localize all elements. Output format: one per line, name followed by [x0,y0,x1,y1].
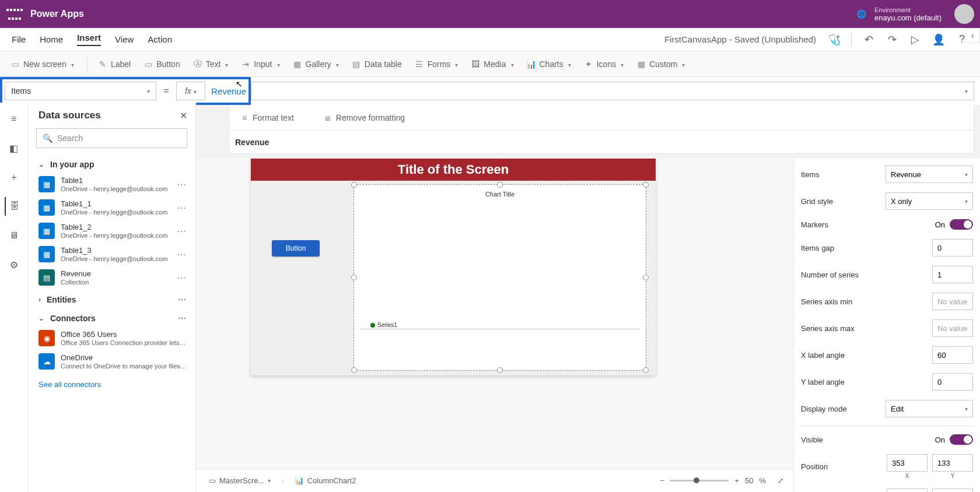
group-entities[interactable]: › Entities ⋯ [28,289,195,308]
more-icon[interactable]: ⋯ [177,272,187,283]
more-icon[interactable]: ⋯ [178,314,187,323]
tool-new-screen[interactable]: ▭New screen [10,59,74,69]
prop-axis-min[interactable]: No value [932,293,973,310]
menu-file[interactable]: File [12,34,26,44]
data-source-item[interactable]: ▦ Table1_2OneDrive - henry.legge@outlook… [28,219,195,243]
rail-add-icon[interactable]: ＋ [5,168,23,187]
prop-items-gap[interactable]: 0 [932,239,973,256]
more-icon[interactable]: ⋯ [177,202,187,213]
redo-icon[interactable]: ↷ [886,33,898,46]
equals-label: = [159,86,174,96]
environment-selector[interactable]: Environment enayu.com (default) [874,6,942,22]
breadcrumb-screen[interactable]: ▭MasterScre...▾ [205,475,274,486]
resize-handle[interactable] [643,367,649,373]
zoom-in-button[interactable]: + [734,476,739,485]
prop-num-series[interactable]: 1 [932,266,973,283]
prop-grid-style[interactable]: X only▾ [886,192,973,210]
properties-panel: Items Revenue▾ Grid style X only▾ Marker… [793,159,980,492]
formula-expand-button[interactable]: › [965,28,980,43]
tool-gallery[interactable]: ▦Gallery [293,59,339,69]
resize-handle[interactable] [497,367,503,373]
data-source-item[interactable]: ▦ Table1OneDrive - henry.legge@outlook.c… [28,173,195,196]
remove-formatting-button[interactable]: ≣Remove formatting [323,113,405,122]
prop-y-angle[interactable]: 0 [932,373,973,391]
tool-icons[interactable]: ✦Icons [584,59,624,69]
zoom-out-button[interactable]: − [660,476,665,485]
tool-datatable[interactable]: ▤Data table [352,59,402,69]
property-selector[interactable]: Items ▾ [5,82,156,100]
canvas-area[interactable]: Title of the Screen Button Chart Title S… [196,159,793,469]
menu-view[interactable]: View [115,34,134,44]
zoom-slider[interactable] [670,480,729,482]
formula-input[interactable]: ▾ [251,82,974,100]
fit-screen-icon[interactable]: ⤢ [778,476,784,485]
breadcrumb-control[interactable]: 📊ColumnChart2 [291,475,360,486]
chevron-down-icon: ⌄ [38,314,44,322]
prop-axis-max[interactable]: No value [932,319,973,337]
data-source-item[interactable]: ▤ RevenueCollection ⋯ [28,266,195,289]
formula-bar: Items ▾ = fx Revenue ▾ [0,77,980,105]
tool-text[interactable]: ⒶText [193,59,229,69]
play-icon[interactable]: ▷ [909,33,922,46]
formula-suggestion[interactable]: Revenue [229,131,974,154]
format-text-button[interactable]: ≡Format text [240,113,294,122]
data-source-item[interactable]: ▦ Table1_3OneDrive - henry.legge@outlook… [28,243,195,266]
prop-markers-toggle[interactable]: On [935,219,973,230]
see-all-connectors-link[interactable]: See all connectors [28,373,195,396]
environment-icon: 🌐 [856,9,866,19]
prop-visible-toggle[interactable]: On [935,434,973,445]
rail-settings-icon[interactable]: ⚙ [5,255,23,274]
rail-data-icon[interactable]: 🗄 [5,197,23,216]
column-chart-control[interactable]: Chart Title Series1 [354,184,646,371]
share-icon[interactable]: 👤 [932,33,945,46]
resize-handle[interactable] [497,182,503,188]
prop-x-angle[interactable]: 60 [932,346,973,364]
tool-media[interactable]: 🖼Media [471,59,513,69]
tool-input[interactable]: ⇥Input [241,59,279,69]
rail-layers-icon[interactable]: ◧ [5,139,23,157]
prop-pos-y[interactable]: 133 [932,454,973,472]
tool-charts[interactable]: 📊Charts [527,59,571,69]
tool-button[interactable]: ▭Button [144,59,180,69]
undo-icon[interactable]: ↶ [862,33,875,46]
resize-handle[interactable] [643,182,649,188]
close-icon[interactable]: ✕ [180,110,187,121]
rail-media-icon[interactable]: 🖥 [5,226,23,245]
app-checker-icon[interactable]: 🩺 [828,33,841,46]
resize-handle[interactable] [643,275,649,280]
design-screen[interactable]: Title of the Screen Button Chart Title S… [251,159,656,375]
prop-items-value[interactable]: Revenue▾ [886,166,973,183]
resize-handle[interactable] [351,182,357,188]
menu-bar: File Home Insert View Action FirstCanvas… [0,28,980,51]
tool-label[interactable]: ✎Label [98,59,131,69]
more-icon[interactable]: ⋯ [178,295,187,304]
prop-pos-x[interactable]: 353 [887,454,928,472]
tool-forms[interactable]: ☰Forms [415,59,459,69]
more-icon[interactable]: ⋯ [177,249,187,260]
menu-insert[interactable]: Insert [77,33,101,46]
group-in-your-app[interactable]: ⌄ In your app [28,154,195,173]
canvas-button-control[interactable]: Button [272,240,320,256]
menu-action[interactable]: Action [148,34,172,44]
tool-custom[interactable]: ▦Custom [636,59,685,69]
data-source-item[interactable]: ▦ Table1_1OneDrive - henry.legge@outlook… [28,196,195,219]
rail-tree-icon[interactable]: ≡ [5,110,23,128]
user-avatar[interactable] [954,4,974,24]
search-input[interactable]: 🔍 Search [36,128,187,148]
app-launcher-icon[interactable] [6,5,23,23]
connector-item[interactable]: ◉ Office 365 UsersOffice 365 Users Conne… [28,326,195,350]
group-connectors[interactable]: ⌄ Connectors ⋯ [28,308,195,326]
connector-icon: ◉ [38,330,55,346]
menu-home[interactable]: Home [40,34,63,44]
more-icon[interactable]: ⋯ [177,179,187,190]
fx-button[interactable]: fx [176,82,205,100]
resize-handle[interactable] [351,367,357,373]
icons-icon: ✦ [584,59,593,69]
resize-handle[interactable] [351,275,357,280]
prop-size-h[interactable]: 612 [932,489,973,492]
prop-display-mode[interactable]: Edit▾ [886,400,973,417]
more-icon[interactable]: ⋯ [177,226,187,237]
prop-size-w[interactable]: 976 [887,489,928,492]
zoom-value: 50 [745,476,753,485]
connector-item[interactable]: ☁ OneDriveConnect to OneDrive to manage … [28,350,195,373]
